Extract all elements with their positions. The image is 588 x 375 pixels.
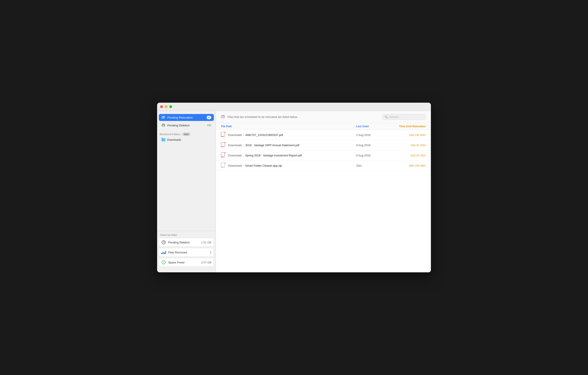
stat-pending-deletion: Pending Deletion 1.51 GB xyxy=(159,238,214,247)
cell-lastused: 10m xyxy=(356,164,387,167)
pdf-icon: PDF xyxy=(221,132,226,138)
zip-icon: ZIP xyxy=(221,163,226,168)
folder-name: Downloads xyxy=(228,133,242,137)
col-header-timeuntil: Time Until Relocation xyxy=(387,125,426,128)
file-name: Smart Folder Cleaner.app.zip xyxy=(245,164,282,167)
path-arrow: › xyxy=(243,134,244,136)
main-content: Files that are scheduled to be relocated… xyxy=(216,111,431,272)
minimize-button[interactable] xyxy=(165,105,168,108)
relocation-icon xyxy=(161,115,165,119)
main-header: Files that are scheduled to be relocated… xyxy=(216,111,431,123)
close-button[interactable] xyxy=(160,105,163,108)
clock-icon xyxy=(161,240,166,245)
main-window: Pending Relocation 4 Pending Deletion 49… xyxy=(157,103,431,272)
cell-filepath: Downloads › 2018 - Vantage SIPP Annual S… xyxy=(228,143,356,147)
stat-space-freed-label: Space Freed xyxy=(168,261,201,264)
pending-relocation-badge: 4 xyxy=(207,116,211,119)
folder-name: Downloads xyxy=(228,143,242,147)
folder-name: Downloads xyxy=(228,154,242,157)
monitored-folders-header: Monitored Folders Add xyxy=(157,131,216,137)
cell-filepath: Downloads › Spring 2018 - Vantage Invest… xyxy=(228,154,356,157)
search-input[interactable] xyxy=(389,115,423,119)
svg-point-4 xyxy=(164,125,165,125)
check-circle-icon: ✓ xyxy=(161,260,166,265)
folder-name: Downloads xyxy=(228,164,242,167)
search-icon: 🔍 xyxy=(385,115,388,119)
add-folder-button[interactable]: Add xyxy=(182,133,190,136)
path-arrow: › xyxy=(243,154,244,157)
content-area: Pending Relocation 4 Pending Deletion 49… xyxy=(157,111,431,272)
sidebar-item-downloads[interactable]: Downloads xyxy=(159,137,214,143)
pdf-icon: PDF xyxy=(221,153,226,158)
path-arrow: › xyxy=(243,144,244,146)
printer-icon xyxy=(161,123,165,127)
file-name: 2018 - Vantage SIPP Annual Statement.pdf xyxy=(245,143,299,147)
table-row: PDF Downloads › 2018 - Vantage SIPP Annu… xyxy=(216,140,431,150)
maximize-button[interactable] xyxy=(169,105,172,108)
stat-files-removed: Files Removed 2 xyxy=(159,248,214,257)
cell-lastused: 9 Aug 2018 xyxy=(356,154,387,157)
cell-filepath: Downloads › 4482707_1533221683337.pdf xyxy=(228,133,356,137)
pending-relocation-label: Pending Relocation xyxy=(167,116,207,119)
cell-timeuntil: 62d 2h 33m xyxy=(387,143,426,147)
stats-section: Clean Up Stats Pending Deletion 1.51 GB xyxy=(157,231,216,270)
traffic-lights xyxy=(160,105,172,108)
titlebar xyxy=(157,103,431,111)
table-body: PDF Downloads › 4482707_1533221683337.pd… xyxy=(216,130,431,272)
table-header: File Path Last Used Time Until Relocatio… xyxy=(216,123,431,130)
sidebar-item-pending-deletion[interactable]: Pending Deletion 498 xyxy=(159,122,214,129)
table-row: PDF Downloads › Spring 2018 - Vantage In… xyxy=(216,150,431,161)
col-header-filepath: File Path xyxy=(221,125,356,128)
sidebar-item-pending-relocation[interactable]: Pending Relocation 4 xyxy=(159,114,214,121)
header-relocation-icon xyxy=(221,115,225,119)
file-name: Spring 2018 - Vantage Investment Report.… xyxy=(245,154,302,157)
cell-timeuntil: 62d 2h 33m xyxy=(387,154,426,157)
downloads-folder-label: Downloads xyxy=(167,138,181,141)
monitored-folders-label: Monitored Folders xyxy=(160,133,180,135)
pending-deletion-count: 498 xyxy=(207,124,211,127)
stat-files-removed-label: Files Removed xyxy=(168,251,210,254)
main-header-desc: Files that are scheduled to be relocated… xyxy=(228,115,297,119)
stat-pending-deletion-value: 1.51 GB xyxy=(201,241,211,244)
cell-lastused: 9 Aug 2018 xyxy=(356,143,387,147)
table-row: PDF Downloads › 4482707_1533221683337.pd… xyxy=(216,130,431,140)
cell-lastused: 2 Aug 2018 xyxy=(356,133,387,137)
main-header-left: Files that are scheduled to be relocated… xyxy=(221,115,297,119)
stats-header: Clean Up Stats xyxy=(159,234,214,238)
pdf-icon: PDF xyxy=(221,142,226,148)
cell-filepath: Downloads › Smart Folder Cleaner.app.zip xyxy=(228,164,356,167)
stat-space-freed: ✓ Space Freed 2.57 GB xyxy=(159,258,214,267)
folder-icon xyxy=(161,138,165,141)
path-arrow: › xyxy=(243,165,244,167)
table-row: ZIP Downloads › Smart Folder Cleaner.app… xyxy=(216,161,431,171)
cell-timeuntil: 89d 23h 49m xyxy=(387,164,426,167)
stat-space-freed-value: 2.57 GB xyxy=(201,261,211,264)
search-box[interactable]: 🔍 xyxy=(382,114,426,120)
stat-pending-deletion-label: Pending Deletion xyxy=(168,241,201,244)
stat-files-removed-value: 2 xyxy=(210,251,211,254)
bar-chart-icon xyxy=(161,250,166,255)
col-header-lastused: Last Used xyxy=(356,125,387,128)
cell-timeuntil: 54d 23h 40m xyxy=(387,133,426,137)
file-name: 4482707_1533221683337.pdf xyxy=(245,133,283,137)
svg-rect-3 xyxy=(163,125,164,126)
sidebar: Pending Relocation 4 Pending Deletion 49… xyxy=(157,111,216,272)
pending-deletion-label: Pending Deletion xyxy=(167,124,207,127)
